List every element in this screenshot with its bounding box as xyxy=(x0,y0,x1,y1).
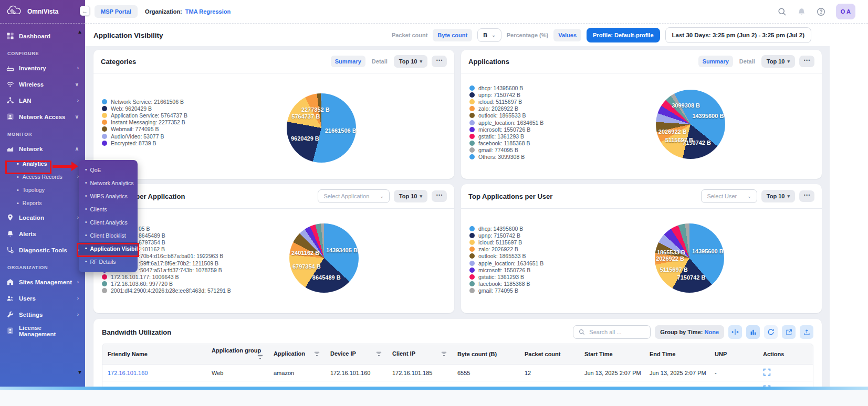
categories-panel: Categories Summary Detail Top 10▾ ⋯ Netw… xyxy=(93,50,454,179)
column-header-friendly-name[interactable]: Friendly Name xyxy=(102,344,206,365)
top10-dropdown[interactable]: Top 10▾ xyxy=(394,190,427,202)
sidebar-item-label: Dashboard xyxy=(19,33,50,39)
column-header-packet-count[interactable]: Packet count xyxy=(519,344,579,365)
tab-summary[interactable]: Summary xyxy=(698,56,733,67)
organization-value-link[interactable]: TMA Regression xyxy=(185,8,231,15)
legend-color-dot xyxy=(469,141,475,146)
bandwidth-header: Bandwidth Utilization Group by Time: Non… xyxy=(93,319,822,344)
panel-menu-button[interactable]: ⋯ xyxy=(799,56,814,67)
filter-icon[interactable] xyxy=(376,351,382,358)
top10-dropdown[interactable]: Top 10▾ xyxy=(761,55,795,68)
select-user-dropdown[interactable]: Select User⌄ xyxy=(701,189,757,203)
panel-title: Applications xyxy=(468,58,509,66)
column-header-application-group[interactable]: Application group xyxy=(206,344,268,365)
cell: 12 xyxy=(519,365,579,381)
legend-label: Instant Messaging: 2277352 B xyxy=(111,119,185,125)
submenu-item-clients[interactable]: •Clients xyxy=(79,202,138,216)
group-by-time-button[interactable]: Group by Time: None xyxy=(655,325,724,339)
legend-color-dot xyxy=(102,106,107,111)
sidebar-item-dashboard[interactable]: Dashboard xyxy=(0,28,85,44)
cell: Jun 13, 2025 2:07 PM xyxy=(579,365,644,381)
friendly-name-link[interactable]: 172.16.101.160 xyxy=(102,365,206,381)
column-header-byte-count-b[interactable]: Byte count (B) xyxy=(452,344,519,365)
search-input[interactable] xyxy=(588,328,645,336)
sidebar-item-network-access[interactable]: Network Access∨ xyxy=(0,109,85,125)
top-users-per-application-panel: Top Users per Application Select Applica… xyxy=(93,184,454,313)
sidebar-item-inventory[interactable]: Inventory› xyxy=(0,60,85,76)
submenu-item-qoe[interactable]: •QoE xyxy=(79,163,138,176)
filter-icon[interactable] xyxy=(441,351,447,358)
location-icon xyxy=(6,213,14,221)
sidebar-item-settings[interactable]: Settings› xyxy=(0,306,85,323)
sidebar-scroll-down-icon[interactable]: ▼ xyxy=(77,369,82,375)
values-toggle[interactable]: Values xyxy=(553,29,581,41)
legend-color-dot xyxy=(469,253,475,259)
panel-menu-button[interactable]: ⋯ xyxy=(432,190,447,202)
column-header-client-ip[interactable]: Client IP xyxy=(387,344,452,365)
filter-icon[interactable] xyxy=(314,351,320,358)
filter-icon[interactable] xyxy=(257,354,263,361)
submenu-item-network-analytics[interactable]: •Network Analytics xyxy=(79,176,138,189)
legend-label: facebook: 1185368 B xyxy=(478,281,530,287)
notifications-bell-icon[interactable] xyxy=(797,7,806,16)
legend-label: 2001:df4:2900:4:2026:b28e:ee8f:463d: 571… xyxy=(111,287,231,294)
legend-color-dot xyxy=(102,99,107,104)
column-header-application[interactable]: Application xyxy=(268,344,325,365)
pie-value-label: 1865533 B xyxy=(657,249,685,255)
sidebar-item-wireless[interactable]: Wireless∨ xyxy=(0,76,85,92)
legend-color-dot xyxy=(102,281,107,286)
sidebar-item-network[interactable]: Network∧ xyxy=(0,141,85,157)
sidebar-scroll-up-icon[interactable]: ▲ xyxy=(77,29,82,35)
sidebar-item-users[interactable]: Users› xyxy=(0,290,85,306)
refresh-icon[interactable] xyxy=(764,325,778,339)
sidebar-item-lan[interactable]: LAN› xyxy=(0,92,85,109)
percentage-toggle[interactable]: Percentage (%) xyxy=(507,32,548,38)
brand: OmniVista xyxy=(0,0,85,24)
search-icon[interactable] xyxy=(778,7,787,16)
column-header-start-time[interactable]: Start Time xyxy=(579,344,644,365)
sidebar-subitem-topology[interactable]: •Topology xyxy=(0,183,85,196)
sidebar-item-sites-management[interactable]: Sites Management› xyxy=(0,274,85,290)
msp-portal-button[interactable]: MSP Portal xyxy=(95,5,138,18)
top10-dropdown[interactable]: Top 10▾ xyxy=(394,55,427,68)
columns-icon[interactable] xyxy=(746,325,760,339)
sidebar-item-alerts[interactable]: Alerts xyxy=(0,226,85,242)
select-application-dropdown[interactable]: Select Application⌄ xyxy=(318,189,389,203)
packet-count-toggle[interactable]: Packet count xyxy=(392,32,427,38)
help-icon[interactable] xyxy=(817,7,825,16)
sidebar-collapse-button[interactable]: ← xyxy=(80,6,90,16)
submenu-item-wips-analytics[interactable]: •WIPS Analytics xyxy=(79,189,138,202)
column-header-actions[interactable]: Actions xyxy=(758,344,813,365)
pie-value-label: 7150742 B xyxy=(677,274,706,281)
legend-label: 8645489 B xyxy=(139,232,165,239)
sidebar-subitem-reports[interactable]: •Reports xyxy=(0,196,85,209)
legend-label: icloud: 5115697 B xyxy=(478,239,522,245)
date-range-picker[interactable]: Last 30 Days: 3:25 pm (Jun 2) - 3:25 pm … xyxy=(665,27,811,43)
submenu-item-label: Client Blocklist xyxy=(90,232,126,239)
export-icon[interactable] xyxy=(782,325,796,339)
expand-row-icon[interactable] xyxy=(763,368,771,376)
tab-detail[interactable]: Detail xyxy=(370,56,390,67)
column-header-unp[interactable]: UNP xyxy=(709,344,758,365)
unit-dropdown[interactable]: B ⌄ xyxy=(477,28,501,42)
submenu-item-client-blocklist[interactable]: •Client Blocklist xyxy=(79,229,138,242)
sidebar-item-license-management[interactable]: License Management xyxy=(0,323,85,339)
tab-summary[interactable]: Summary xyxy=(331,56,365,67)
byte-count-toggle[interactable]: Byte count xyxy=(433,29,472,41)
submenu-item-client-analytics[interactable]: •Client Analytics xyxy=(79,216,138,229)
autosize-columns-icon[interactable] xyxy=(728,325,742,339)
sidebar-item-diagnostic-tools[interactable]: Diagnostic Tools› xyxy=(0,242,85,258)
top10-dropdown[interactable]: Top 10▾ xyxy=(761,190,795,202)
tab-detail[interactable]: Detail xyxy=(737,56,757,67)
column-header-device-ip[interactable]: Device IP xyxy=(325,344,387,365)
panel-menu-button[interactable]: ⋯ xyxy=(799,190,814,202)
chevron-down-icon: ∨ xyxy=(75,81,79,87)
upload-icon[interactable] xyxy=(800,325,813,339)
sidebar-subitem-label: Access Records xyxy=(23,174,62,180)
user-avatar[interactable]: O A xyxy=(836,4,855,19)
sidebar-item-location[interactable]: Location› xyxy=(0,209,85,226)
panel-menu-button[interactable]: ⋯ xyxy=(432,56,447,67)
caret-down-icon: ▾ xyxy=(787,194,790,199)
column-header-end-time[interactable]: End Time xyxy=(644,344,709,365)
profile-button[interactable]: Profile: Default-profile xyxy=(587,28,660,42)
